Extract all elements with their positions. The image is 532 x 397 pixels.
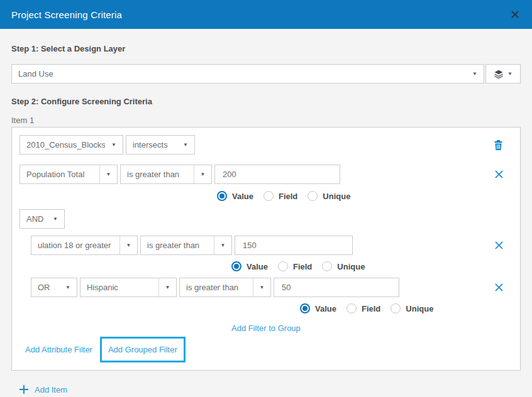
chevron-down-icon: ▼ [47, 210, 64, 228]
filter3-mode-radios: Value Field Unique [300, 302, 513, 315]
plus-icon [19, 384, 29, 394]
trash-icon [493, 139, 504, 151]
close-icon [494, 241, 504, 250]
radio-icon [263, 191, 274, 201]
filter2-operator-value: is greater than [141, 241, 214, 250]
add-filter-to-group-row: Add Filter to Group [231, 322, 513, 333]
radio-icon [308, 191, 318, 201]
filter2-radio-value[interactable]: Value [231, 261, 268, 271]
census-layer-value: 2010_Census_Blocks [20, 140, 105, 150]
radio-field-label: Field [279, 192, 297, 201]
filter2-radio-field[interactable]: Field [278, 261, 312, 271]
radio-unique-label: Unique [323, 192, 350, 201]
delete-item-button[interactable] [493, 139, 504, 151]
filter-row-2: ulation 18 or greater ▼ is greater than … [19, 236, 513, 255]
radio-icon [322, 261, 332, 271]
logic-and-value: AND [20, 214, 47, 224]
radio-selected-icon [217, 191, 227, 201]
step1-label: Step 1: Select a Design Layer [11, 44, 521, 53]
filter-links-row: Add Attribute Filter Add Grouped Filter [19, 337, 513, 362]
dialog-close-button[interactable] [508, 8, 522, 21]
remove-filter1-button[interactable] [494, 170, 504, 179]
chevron-down-icon: ▼ [158, 278, 176, 296]
radio-selected-icon [300, 303, 310, 313]
filter1-mode-radios: Value Field Unique [217, 190, 513, 202]
chevron-down-icon: ▼ [194, 165, 211, 183]
census-layer-select[interactable]: 2010_Census_Blocks ▼ [19, 135, 123, 155]
close-icon [510, 9, 520, 19]
filter3-radio-field[interactable]: Field [346, 303, 380, 313]
close-icon [494, 170, 504, 179]
add-attribute-filter-link[interactable]: Add Attribute Filter [25, 345, 92, 354]
filter2-field-select[interactable]: ulation 18 or greater ▼ [31, 236, 138, 255]
design-layer-select[interactable]: Land Use ▼ [11, 64, 484, 84]
filter1-radio-value[interactable]: Value [217, 191, 253, 201]
layer-operator-row: 2010_Census_Blocks ▼ intersects ▼ [19, 135, 513, 155]
radio-selected-icon [231, 261, 241, 271]
filter2-radio-unique[interactable]: Unique [322, 261, 365, 271]
close-icon [494, 283, 504, 292]
item-panel: 2010_Census_Blocks ▼ intersects ▼ [11, 127, 521, 371]
dialog-body: Step 1: Select a Design Layer Land Use ▼… [0, 29, 532, 394]
radio-value-label: Value [232, 192, 253, 201]
chevron-down-icon: ▼ [466, 65, 484, 83]
logic-and-row: AND ▼ [19, 209, 513, 229]
radio-unique-label: Unique [406, 304, 433, 313]
filter2-field-value: ulation 18 or greater [31, 241, 119, 250]
chevron-down-icon: ▼ [119, 236, 137, 254]
filter3-field-select[interactable]: Hispanic ▼ [80, 278, 177, 297]
chevron-down-icon: ▼ [177, 136, 194, 154]
filter1-radio-field[interactable]: Field [263, 191, 297, 201]
chevron-down-icon: ▼ [253, 278, 270, 296]
item-label: Item 1 [11, 116, 521, 125]
dialog-header: Project Screening Criteria [0, 0, 532, 29]
radio-field-label: Field [362, 304, 380, 313]
add-item-label: Add Item [35, 385, 67, 394]
filter2-mode-radios: Value Field Unique [231, 260, 513, 273]
remove-filter3-button[interactable] [494, 283, 504, 292]
filter3-field-value: Hispanic [80, 283, 158, 292]
filter3-operator-value: is greater than [180, 283, 253, 292]
filter-row-1: Population Total ▼ is greater than ▼ [19, 165, 513, 184]
filter1-radio-unique[interactable]: Unique [308, 191, 350, 201]
filter2-operator-select[interactable]: is greater than ▼ [140, 236, 232, 255]
add-filter-to-group-link[interactable]: Add Filter to Group [231, 324, 301, 333]
filter3-operator-select[interactable]: is greater than ▼ [179, 278, 271, 297]
design-layer-row: Land Use ▼ ▼ [11, 64, 521, 84]
layers-icon [494, 69, 504, 79]
design-layer-value: Land Use [12, 69, 466, 79]
filter3-radio-unique[interactable]: Unique [391, 303, 433, 313]
spatial-operator-value: intersects [126, 140, 177, 150]
filter1-field-select[interactable]: Population Total ▼ [19, 165, 118, 184]
radio-icon [391, 303, 401, 313]
radio-icon [346, 303, 357, 313]
logic-or-select[interactable]: OR ▼ [31, 278, 77, 297]
step2-label: Step 2: Configure Screening Criteria [11, 97, 521, 106]
chevron-down-icon: ▼ [59, 278, 77, 296]
layer-options-button[interactable]: ▼ [485, 64, 521, 84]
logic-or-value: OR [31, 283, 59, 292]
filter2-value-input[interactable] [235, 236, 353, 255]
dialog-title: Project Screening Criteria [11, 9, 122, 20]
radio-field-label: Field [293, 262, 312, 271]
add-item-button[interactable]: Add Item [11, 384, 521, 394]
logic-and-select[interactable]: AND ▼ [19, 209, 65, 229]
filter-row-3: OR ▼ Hispanic ▼ is greater than ▼ [19, 278, 513, 297]
radio-value-label: Value [247, 262, 268, 271]
radio-unique-label: Unique [337, 262, 365, 271]
filter3-value-input[interactable] [274, 278, 399, 297]
filter1-operator-value: is greater than [121, 170, 194, 179]
filter3-radio-value[interactable]: Value [300, 303, 336, 313]
chevron-down-icon: ▼ [105, 136, 123, 154]
filter1-value-input[interactable] [214, 165, 340, 184]
add-grouped-filter-link[interactable]: Add Grouped Filter [108, 345, 177, 354]
radio-value-label: Value [315, 304, 336, 313]
spatial-operator-select[interactable]: intersects ▼ [126, 135, 195, 155]
filter1-operator-select[interactable]: is greater than ▼ [120, 165, 212, 184]
add-grouped-filter-highlight: Add Grouped Filter [100, 337, 186, 362]
radio-icon [278, 261, 288, 271]
chevron-down-icon: ▼ [507, 71, 513, 77]
filter1-field-value: Population Total [20, 170, 99, 179]
remove-filter2-button[interactable] [494, 241, 504, 250]
chevron-down-icon: ▼ [99, 165, 117, 183]
